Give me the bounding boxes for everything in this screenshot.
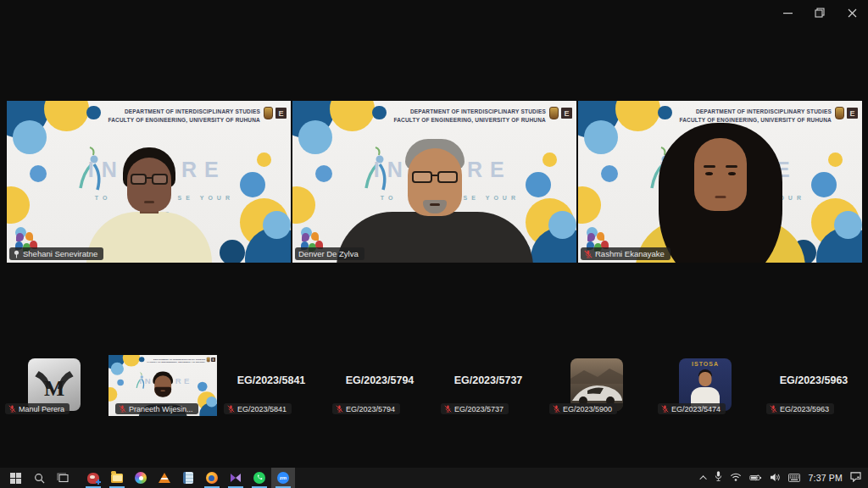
minimize-button[interactable]: [771, 0, 804, 25]
strip-tile-eg5474[interactable]: ISTOSA EG/2023/5474: [651, 355, 760, 416]
participant-display-name: EG/2023/5841: [217, 374, 326, 386]
strip-tile-eg5737[interactable]: EG/2023/5737 EG/2023/5737: [434, 355, 542, 416]
taskbar-paint-app[interactable]: [81, 468, 105, 488]
windows-logo-icon: [10, 473, 21, 484]
banner-text: ISTOSA: [679, 361, 732, 367]
zoom-app-icon: zm: [277, 472, 289, 484]
slide-header: DEPARTMENT OF INTERDISCIPLINARY STUDIESF…: [147, 358, 206, 364]
tray-volume-button[interactable]: [770, 470, 781, 485]
taskbar-zoom-app[interactable]: zm: [271, 468, 295, 488]
microphone-icon: [715, 470, 722, 482]
taskbar-whatsapp[interactable]: [248, 468, 271, 488]
system-tray: 7:37 PM: [702, 470, 868, 485]
video-tile-shehani[interactable]: DEPARTMENT OF INTERDISCIPLINARY STUDIESF…: [7, 101, 291, 263]
participant-name-label: EG/2023/5963: [766, 403, 834, 414]
video-tile-denver[interactable]: DEPARTMENT OF INTERDISCIPLINARY STUDIESF…: [292, 101, 576, 263]
slide-header: DEPARTMENT OF INTERDISCIPLINARY STUDIESF…: [393, 108, 546, 125]
restore-icon: [815, 8, 825, 18]
notification-bubble-icon: [850, 472, 861, 482]
firefox-icon: [206, 472, 218, 484]
strip-tile-eg5963[interactable]: EG/2023/5963 EG/2023/5963: [760, 355, 868, 416]
participant-name-label: Manul Perera: [5, 403, 70, 414]
file-explorer-icon: [111, 474, 123, 483]
windows-taskbar: zm 7:37 PM: [0, 468, 868, 488]
muted-mic-icon: [8, 405, 16, 413]
university-crest-logo: [549, 107, 559, 119]
tray-battery-button[interactable]: [749, 470, 762, 485]
muted-mic-icon: [584, 250, 593, 258]
university-crest-logo: [264, 107, 273, 119]
faculty-square-logo: E: [561, 108, 572, 119]
muted-mic-icon: [770, 405, 777, 413]
wifi-icon: [730, 472, 742, 482]
tray-wifi-button[interactable]: [730, 470, 742, 485]
participant-name-label: EG/2023/5737: [441, 403, 509, 414]
battery-charging-icon: [749, 474, 762, 482]
tray-chevron-button[interactable]: [702, 475, 707, 480]
close-button[interactable]: [836, 0, 868, 25]
strip-tile-eg5900[interactable]: EG/2023/5900: [542, 355, 651, 416]
muted-mic-icon: [119, 405, 126, 413]
zoom-meeting-window: DEPARTMENT OF INTERDISCIPLINARY STUDIESF…: [0, 0, 868, 488]
window-titlebar: [0, 0, 868, 27]
participant-name-label: EG/2023/5900: [549, 403, 617, 414]
participant-name-label: EG/2023/5474: [658, 403, 726, 414]
participant-display-name: EG/2023/5794: [326, 374, 434, 386]
whatsapp-icon: [253, 472, 265, 484]
photos-icon: [135, 472, 147, 484]
vlc-cone-icon: [159, 473, 170, 483]
taskbar-clock[interactable]: 7:37 PM: [808, 473, 843, 483]
close-icon: [848, 8, 857, 18]
participant-silhouette: [292, 101, 576, 263]
participant-name-label: Rashmi Ekanayake: [581, 247, 670, 260]
faculty-square-logo: E: [275, 108, 287, 119]
taskbar-notepad[interactable]: [176, 468, 200, 488]
muted-mic-icon: [227, 405, 235, 413]
university-crest-logo: [207, 358, 210, 363]
search-button[interactable]: [27, 468, 51, 488]
slide-header: DEPARTMENT OF INTERDISCIPLINARY STUDIESF…: [108, 108, 260, 125]
muted-mic-icon: [553, 405, 560, 413]
taskbar-file-explorer[interactable]: [105, 468, 129, 488]
taskbar-photos-app[interactable]: [129, 468, 153, 488]
strip-tile-manul[interactable]: M Manul Perera: [0, 355, 108, 416]
tray-mic-button[interactable]: [715, 470, 722, 485]
participant-name-label: Shehani Seneviratne: [9, 247, 103, 260]
minimize-icon: [783, 8, 793, 18]
video-tile-rashmi[interactable]: DEPARTMENT OF INTERDISCIPLINARY STUDIESF…: [578, 101, 862, 263]
visual-studio-icon: [231, 474, 241, 482]
muted-mic-icon: [661, 405, 669, 413]
touch-keyboard-icon: [788, 474, 800, 482]
main-video-row: DEPARTMENT OF INTERDISCIPLINARY STUDIESF…: [7, 101, 862, 263]
muted-mic-icon: [444, 405, 452, 413]
faculty-square-logo: E: [211, 358, 215, 362]
start-button[interactable]: [3, 468, 27, 488]
action-center-button[interactable]: [850, 470, 861, 485]
slide-header: DEPARTMENT OF INTERDISCIPLINARY STUDIESF…: [679, 108, 832, 125]
tray-keyboard-button[interactable]: [788, 470, 800, 485]
participant-display-name: EG/2023/5963: [760, 374, 868, 386]
pin-icon: [13, 250, 20, 258]
restore-button[interactable]: [804, 0, 836, 25]
notepad-icon: [183, 472, 193, 484]
taskbar-visual-studio[interactable]: [224, 468, 248, 488]
svg-text:M: M: [44, 376, 64, 401]
participant-silhouette: [7, 101, 291, 263]
strip-tile-eg5794[interactable]: EG/2023/5794 EG/2023/5794: [326, 355, 434, 416]
participant-name-label: EG/2023/5841: [224, 403, 292, 414]
chevron-up-icon: [700, 475, 707, 482]
volume-icon: [770, 473, 781, 482]
participant-name-label: EG/2023/5794: [332, 403, 400, 414]
faculty-square-logo: E: [847, 108, 858, 119]
participant-silhouette: [578, 101, 862, 263]
participant-strip: M Manul Perera DEPARTMENT OF INTERDISCIP…: [0, 355, 868, 416]
university-crest-logo: [835, 107, 844, 119]
strip-tile-praneeth[interactable]: DEPARTMENT OF INTERDISCIPLINARY STUDIESF…: [108, 355, 217, 416]
search-icon: [34, 473, 45, 484]
task-view-button[interactable]: [51, 468, 75, 488]
taskbar-firefox[interactable]: [200, 468, 224, 488]
strip-tile-eg5841[interactable]: EG/2023/5841 EG/2023/5841: [217, 355, 326, 416]
taskbar-vlc[interactable]: [153, 468, 176, 488]
participant-name-label: Denver De Zylva: [295, 247, 364, 260]
participant-name-label: Praneeth Wijesin...: [115, 403, 198, 414]
